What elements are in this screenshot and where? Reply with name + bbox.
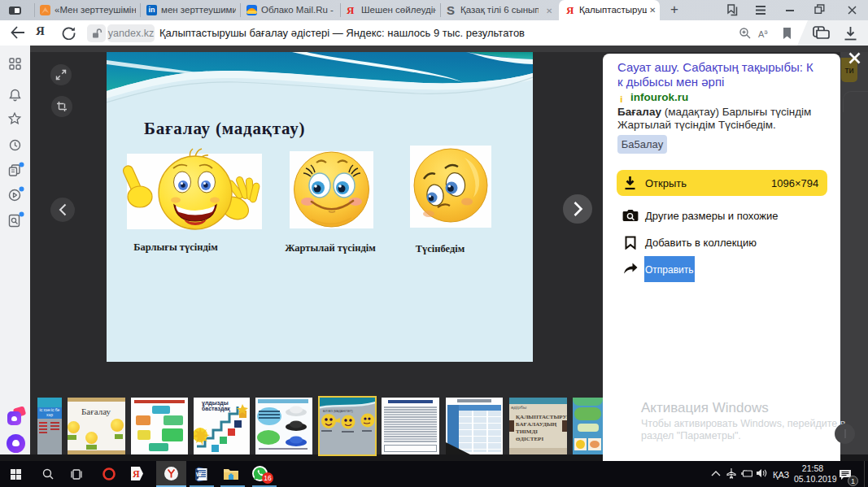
svg-text:W: W bbox=[196, 472, 202, 477]
svg-text:Түсінбедім: Түсінбедім bbox=[416, 243, 465, 254]
svg-text:Жартылай түсіндім: Жартылай түсіндім bbox=[285, 242, 376, 254]
svg-text:БІЛ ВІЗ (МАДАНУЗЕТ): БІЛ ВІЗ (МАДАНУЗЕТ) bbox=[323, 410, 353, 413]
svg-text:Барлығы түсіндім: Барлығы түсіндім bbox=[133, 241, 218, 253]
svg-text:Бағалау (мадақтау): Бағалау (мадақтау) bbox=[144, 119, 305, 138]
